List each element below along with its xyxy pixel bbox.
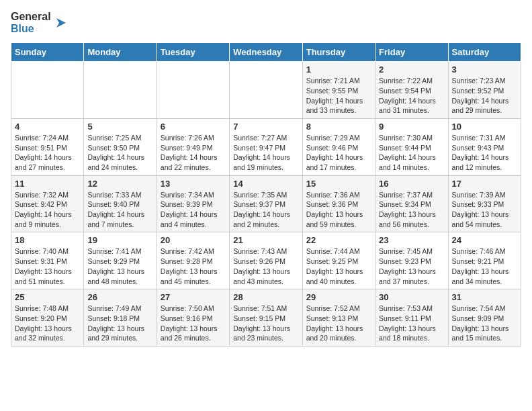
calendar-cell: 4Sunrise: 7:24 AMSunset: 9:51 PMDaylight… bbox=[11, 118, 84, 175]
day-number: 15 bbox=[306, 179, 371, 189]
day-info: Sunrise: 7:37 AMSunset: 9:34 PMDaylight:… bbox=[379, 190, 444, 230]
day-info: Sunrise: 7:23 AMSunset: 9:52 PMDaylight:… bbox=[452, 76, 517, 116]
calendar-cell bbox=[157, 62, 229, 119]
day-info: Sunrise: 7:25 AMSunset: 9:50 PMDaylight:… bbox=[87, 133, 152, 173]
day-info: Sunrise: 7:48 AMSunset: 9:20 PMDaylight:… bbox=[15, 304, 80, 343]
day-info: Sunrise: 7:39 AMSunset: 9:33 PMDaylight:… bbox=[452, 190, 517, 230]
day-info: Sunrise: 7:34 AMSunset: 9:39 PMDaylight:… bbox=[161, 190, 226, 230]
day-info: Sunrise: 7:54 AMSunset: 9:09 PMDaylight:… bbox=[452, 304, 517, 343]
calendar-cell: 28Sunrise: 7:51 AMSunset: 9:15 PMDayligh… bbox=[230, 289, 302, 347]
calendar-cell: 20Sunrise: 7:42 AMSunset: 9:28 PMDayligh… bbox=[157, 232, 229, 289]
day-info: Sunrise: 7:53 AMSunset: 9:11 PMDaylight:… bbox=[379, 304, 444, 343]
day-number: 18 bbox=[15, 235, 80, 245]
calendar-cell: 29Sunrise: 7:52 AMSunset: 9:13 PMDayligh… bbox=[302, 289, 375, 347]
logo-text: General Blue bbox=[11, 11, 51, 34]
calendar-cell: 22Sunrise: 7:44 AMSunset: 9:25 PMDayligh… bbox=[302, 232, 375, 289]
day-number: 21 bbox=[233, 235, 298, 245]
day-info: Sunrise: 7:41 AMSunset: 9:29 PMDaylight:… bbox=[87, 246, 152, 286]
day-number: 14 bbox=[233, 179, 298, 189]
day-number: 9 bbox=[379, 122, 444, 132]
calendar-week-4: 18Sunrise: 7:40 AMSunset: 9:31 PMDayligh… bbox=[11, 232, 521, 289]
day-number: 19 bbox=[87, 235, 152, 245]
day-number: 4 bbox=[15, 122, 80, 132]
day-info: Sunrise: 7:32 AMSunset: 9:42 PMDaylight:… bbox=[15, 190, 80, 230]
logo-general: General bbox=[11, 11, 51, 22]
weekday-header-friday: Friday bbox=[375, 43, 448, 62]
day-number: 6 bbox=[161, 122, 226, 132]
weekday-header-sunday: Sunday bbox=[11, 43, 84, 62]
day-number: 29 bbox=[306, 292, 371, 302]
calendar-cell: 23Sunrise: 7:45 AMSunset: 9:23 PMDayligh… bbox=[375, 232, 448, 289]
weekday-header-tuesday: Tuesday bbox=[157, 43, 229, 62]
calendar-cell: 8Sunrise: 7:29 AMSunset: 9:46 PMDaylight… bbox=[302, 118, 375, 175]
day-number: 17 bbox=[452, 179, 517, 189]
day-number: 25 bbox=[15, 292, 80, 302]
calendar-cell bbox=[11, 62, 84, 119]
calendar-cell: 30Sunrise: 7:53 AMSunset: 9:11 PMDayligh… bbox=[375, 289, 448, 347]
day-info: Sunrise: 7:26 AMSunset: 9:49 PMDaylight:… bbox=[161, 133, 226, 173]
day-info: Sunrise: 7:24 AMSunset: 9:51 PMDaylight:… bbox=[15, 133, 80, 173]
page-header: General Blue bbox=[11, 11, 521, 34]
calendar-cell: 17Sunrise: 7:39 AMSunset: 9:33 PMDayligh… bbox=[448, 175, 521, 232]
day-info: Sunrise: 7:44 AMSunset: 9:25 PMDaylight:… bbox=[306, 246, 371, 286]
day-info: Sunrise: 7:42 AMSunset: 9:28 PMDaylight:… bbox=[161, 246, 226, 286]
day-info: Sunrise: 7:22 AMSunset: 9:54 PMDaylight:… bbox=[379, 76, 444, 116]
calendar-cell: 9Sunrise: 7:30 AMSunset: 9:44 PMDaylight… bbox=[375, 118, 448, 175]
calendar-cell: 6Sunrise: 7:26 AMSunset: 9:49 PMDaylight… bbox=[157, 118, 229, 175]
day-number: 7 bbox=[233, 122, 298, 132]
weekday-header-row: SundayMondayTuesdayWednesdayThursdayFrid… bbox=[11, 43, 521, 62]
day-number: 26 bbox=[87, 292, 152, 302]
calendar-cell: 2Sunrise: 7:22 AMSunset: 9:54 PMDaylight… bbox=[375, 62, 448, 119]
day-info: Sunrise: 7:40 AMSunset: 9:31 PMDaylight:… bbox=[15, 246, 80, 286]
day-number: 13 bbox=[161, 179, 226, 189]
calendar-cell: 10Sunrise: 7:31 AMSunset: 9:43 PMDayligh… bbox=[448, 118, 521, 175]
calendar-body: 1Sunrise: 7:21 AMSunset: 9:55 PMDaylight… bbox=[11, 62, 521, 347]
calendar-cell bbox=[230, 62, 302, 119]
weekday-header-saturday: Saturday bbox=[448, 43, 521, 62]
day-number: 27 bbox=[161, 292, 226, 302]
calendar-cell: 11Sunrise: 7:32 AMSunset: 9:42 PMDayligh… bbox=[11, 175, 84, 232]
day-info: Sunrise: 7:36 AMSunset: 9:36 PMDaylight:… bbox=[306, 190, 371, 230]
calendar-cell: 21Sunrise: 7:43 AMSunset: 9:26 PMDayligh… bbox=[230, 232, 302, 289]
calendar-cell: 1Sunrise: 7:21 AMSunset: 9:55 PMDaylight… bbox=[302, 62, 375, 119]
day-info: Sunrise: 7:49 AMSunset: 9:18 PMDaylight:… bbox=[87, 304, 152, 343]
weekday-header-monday: Monday bbox=[84, 43, 157, 62]
calendar-cell: 14Sunrise: 7:35 AMSunset: 9:37 PMDayligh… bbox=[230, 175, 302, 232]
calendar-cell: 25Sunrise: 7:48 AMSunset: 9:20 PMDayligh… bbox=[11, 289, 84, 347]
day-number: 23 bbox=[379, 235, 444, 245]
calendar-cell: 27Sunrise: 7:50 AMSunset: 9:16 PMDayligh… bbox=[157, 289, 229, 347]
day-info: Sunrise: 7:33 AMSunset: 9:40 PMDaylight:… bbox=[87, 190, 152, 230]
calendar-cell: 3Sunrise: 7:23 AMSunset: 9:52 PMDaylight… bbox=[448, 62, 521, 119]
calendar-cell bbox=[84, 62, 157, 119]
day-number: 3 bbox=[452, 64, 517, 75]
day-number: 16 bbox=[379, 179, 444, 189]
day-number: 28 bbox=[233, 292, 298, 302]
calendar-cell: 18Sunrise: 7:40 AMSunset: 9:31 PMDayligh… bbox=[11, 232, 84, 289]
calendar-table: SundayMondayTuesdayWednesdayThursdayFrid… bbox=[11, 42, 521, 347]
day-number: 1 bbox=[306, 64, 371, 75]
day-info: Sunrise: 7:52 AMSunset: 9:13 PMDaylight:… bbox=[306, 304, 371, 343]
calendar-cell: 31Sunrise: 7:54 AMSunset: 9:09 PMDayligh… bbox=[448, 289, 521, 347]
day-number: 8 bbox=[306, 122, 371, 132]
day-number: 5 bbox=[87, 122, 152, 132]
day-info: Sunrise: 7:51 AMSunset: 9:15 PMDaylight:… bbox=[233, 304, 298, 343]
weekday-header-wednesday: Wednesday bbox=[230, 43, 302, 62]
calendar-cell: 7Sunrise: 7:27 AMSunset: 9:47 PMDaylight… bbox=[230, 118, 302, 175]
day-info: Sunrise: 7:21 AMSunset: 9:55 PMDaylight:… bbox=[306, 76, 371, 116]
logo-arrow-icon bbox=[54, 15, 69, 30]
day-number: 31 bbox=[452, 292, 517, 302]
day-number: 20 bbox=[161, 235, 226, 245]
day-info: Sunrise: 7:30 AMSunset: 9:44 PMDaylight:… bbox=[379, 133, 444, 173]
calendar-cell: 12Sunrise: 7:33 AMSunset: 9:40 PMDayligh… bbox=[84, 175, 157, 232]
calendar-cell: 26Sunrise: 7:49 AMSunset: 9:18 PMDayligh… bbox=[84, 289, 157, 347]
calendar-week-1: 1Sunrise: 7:21 AMSunset: 9:55 PMDaylight… bbox=[11, 62, 521, 119]
calendar-cell: 24Sunrise: 7:46 AMSunset: 9:21 PMDayligh… bbox=[448, 232, 521, 289]
calendar-cell: 16Sunrise: 7:37 AMSunset: 9:34 PMDayligh… bbox=[375, 175, 448, 232]
day-info: Sunrise: 7:31 AMSunset: 9:43 PMDaylight:… bbox=[452, 133, 517, 173]
day-info: Sunrise: 7:35 AMSunset: 9:37 PMDaylight:… bbox=[233, 190, 298, 230]
day-info: Sunrise: 7:29 AMSunset: 9:46 PMDaylight:… bbox=[306, 133, 371, 173]
day-info: Sunrise: 7:43 AMSunset: 9:26 PMDaylight:… bbox=[233, 246, 298, 286]
day-number: 22 bbox=[306, 235, 371, 245]
calendar-cell: 5Sunrise: 7:25 AMSunset: 9:50 PMDaylight… bbox=[84, 118, 157, 175]
day-number: 30 bbox=[379, 292, 444, 302]
